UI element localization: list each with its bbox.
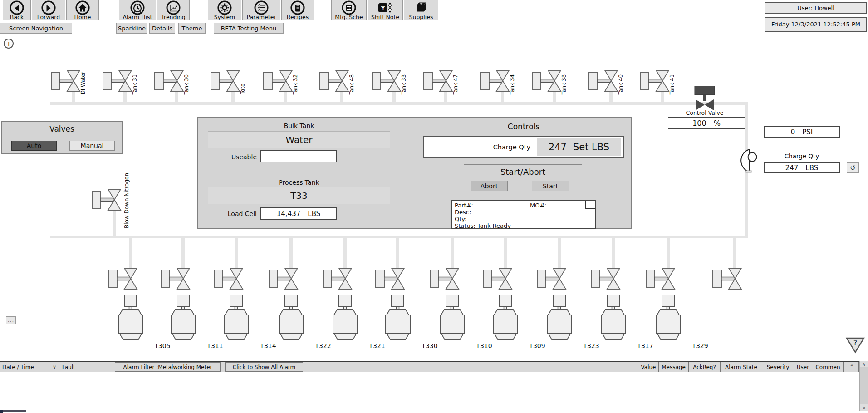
user-box[interactable]: User: Howell bbox=[765, 2, 867, 14]
toolbar-button-parameter[interactable]: Parameter bbox=[242, 0, 280, 20]
charge-setpoint-box[interactable]: 247 Set LBS bbox=[537, 138, 621, 156]
process-tank-value: T33 bbox=[290, 190, 308, 201]
tab-details[interactable]: Details bbox=[149, 23, 175, 34]
tab-beta-testing-menu[interactable]: BETA Testing Menu bbox=[214, 23, 284, 34]
alarm-col-value[interactable]: Value bbox=[638, 362, 659, 372]
alarm-hscrollbar-thumb[interactable] bbox=[0, 410, 26, 412]
top-valve-tank-38[interactable]: Tank 38 bbox=[531, 66, 581, 95]
alarm-col-fault[interactable]: Fault bbox=[60, 362, 113, 372]
control-valve-symbol[interactable] bbox=[690, 86, 719, 111]
bottom-valve-t321[interactable] bbox=[322, 264, 363, 293]
tank-t317[interactable]: T317 bbox=[598, 294, 629, 350]
alarm-col-alarm-state[interactable]: Alarm State bbox=[721, 362, 762, 372]
bottom-valve-t311[interactable] bbox=[160, 264, 201, 293]
toolbar-button-system[interactable]: System bbox=[208, 0, 241, 20]
tank-t305[interactable]: T305 bbox=[115, 294, 147, 350]
alarm-col-message[interactable]: Message bbox=[659, 362, 689, 372]
more-button[interactable]: ... bbox=[6, 316, 16, 324]
screen-navigation-label: Screen Navigation bbox=[9, 25, 63, 32]
toolbar-button-alarm-hist[interactable]: Alarm Hist bbox=[119, 0, 156, 20]
toolbar-button-home[interactable]: Home bbox=[66, 0, 99, 20]
bulk-tank-value: Water bbox=[285, 134, 312, 145]
top-valve-tank-31[interactable]: Tank 31 bbox=[102, 66, 152, 95]
auto-label: Auto bbox=[27, 142, 42, 149]
chevron-down-icon[interactable]: ∨ bbox=[53, 364, 56, 370]
tank-symbol bbox=[329, 334, 361, 343]
tank-t314[interactable]: T314 bbox=[221, 294, 252, 350]
scroll-up-icon[interactable]: ∧ bbox=[860, 361, 868, 367]
toolbar-button-recipes[interactable]: Recipes bbox=[281, 0, 314, 20]
alarm-col-user[interactable]: User bbox=[794, 362, 812, 372]
tank-t329[interactable]: T329 bbox=[652, 294, 684, 350]
toolbar-button-supplies[interactable]: Supplies bbox=[404, 0, 438, 20]
bottom-valve-t329[interactable] bbox=[645, 264, 686, 293]
bottom-valve-spare[interactable] bbox=[711, 264, 752, 293]
toolbar-button-forward[interactable]: Forward bbox=[32, 0, 65, 20]
controls-title: Controls bbox=[423, 122, 624, 131]
tab-sparkline[interactable]: Sparkline bbox=[116, 23, 147, 34]
alarm-col-commen[interactable]: Commen bbox=[812, 362, 844, 372]
valves-auto-button[interactable]: Auto bbox=[11, 141, 57, 151]
bottom-valve-t330[interactable] bbox=[374, 264, 415, 293]
top-valve-tank-33[interactable]: Tank 33 bbox=[371, 66, 421, 95]
charge-history-button[interactable]: ↺ bbox=[847, 162, 859, 173]
alarm-col-severity[interactable]: Severity bbox=[762, 362, 794, 372]
toolbar-button-back[interactable]: Back bbox=[3, 0, 31, 20]
help-button[interactable]: ? bbox=[845, 337, 865, 354]
tank-symbol bbox=[436, 334, 468, 343]
bottom-valve-t322[interactable] bbox=[268, 264, 309, 293]
bottom-valve-t317[interactable] bbox=[590, 264, 631, 293]
show-all-alarms-button[interactable]: Click to Show All Alarm bbox=[225, 362, 303, 372]
start-abort-panel: Start/Abort Abort Start bbox=[464, 164, 582, 197]
top-valve-tank-34[interactable]: Tank 34 bbox=[479, 66, 529, 95]
alarm-col-ackreq-[interactable]: AckReq? bbox=[689, 362, 721, 372]
zoom-in-button[interactable]: + bbox=[4, 39, 14, 49]
tab-theme[interactable]: Theme bbox=[178, 23, 206, 34]
tank-t311[interactable]: T311 bbox=[167, 294, 199, 350]
useable-input[interactable] bbox=[260, 150, 337, 162]
bottom-valve-t314[interactable] bbox=[213, 264, 254, 293]
charge-setpoint-label: Charge Qty bbox=[493, 143, 530, 151]
tank-t310[interactable]: T310 bbox=[436, 294, 468, 350]
top-valve-tank-32[interactable]: Tank 32 bbox=[262, 66, 312, 95]
tank-t321[interactable]: T321 bbox=[329, 294, 361, 350]
top-valve-di-water[interactable]: DI Water bbox=[50, 66, 100, 95]
top-valve-tank-47[interactable]: Tank 47 bbox=[422, 66, 472, 95]
tank-symbol bbox=[652, 334, 684, 343]
plus-icon: + bbox=[6, 40, 11, 47]
scroll-down-icon[interactable]: ∨ bbox=[860, 404, 868, 411]
screen-navigation-bar[interactable]: Screen Navigation bbox=[0, 23, 72, 34]
top-valve-tank-41[interactable]: Tank 41 bbox=[639, 66, 689, 95]
tank-t330[interactable]: T330 bbox=[382, 294, 414, 350]
alarm-list-area bbox=[0, 373, 859, 410]
useable-label: Useable bbox=[198, 153, 257, 161]
top-valve-label: Tank 32 bbox=[292, 74, 299, 94]
top-valve-tank-40[interactable]: Tank 40 bbox=[588, 66, 638, 95]
top-valve-tank-48[interactable]: Tank 48 bbox=[319, 66, 368, 95]
control-valve-output-box[interactable]: 100 % bbox=[668, 117, 745, 129]
bottom-valve-t310[interactable] bbox=[429, 264, 470, 293]
alarm-vscrollbar[interactable]: ∧ ∨ bbox=[859, 361, 868, 411]
part-number-label: Part#: bbox=[455, 202, 473, 209]
alarm-col-date-time[interactable]: Date / Time ∨ bbox=[0, 362, 59, 372]
start-button[interactable]: Start bbox=[532, 181, 569, 191]
tank-t323[interactable]: T323 bbox=[544, 294, 575, 350]
bottom-valve-t323[interactable] bbox=[536, 264, 577, 293]
top-valve-tank-30[interactable]: Tank 30 bbox=[153, 66, 203, 95]
hmi-screen: BackForwardHomeAlarm HistTrendingSystemP… bbox=[0, 0, 868, 413]
valves-manual-button[interactable]: Manual bbox=[69, 141, 115, 151]
bottom-valve-t309[interactable] bbox=[482, 264, 523, 293]
toolbar-button-shift-note[interactable]: YShift Note bbox=[368, 0, 403, 20]
bottom-valve-t305[interactable] bbox=[107, 264, 148, 293]
tank-t309[interactable]: T309 bbox=[490, 294, 521, 350]
toolbar-button-trending[interactable]: Trending bbox=[157, 0, 190, 20]
top-valve-tote[interactable]: Tote bbox=[210, 66, 260, 95]
abort-button[interactable]: Abort bbox=[471, 181, 508, 191]
tank-t322[interactable]: T322 bbox=[275, 294, 307, 350]
top-valve-label: Tank 47 bbox=[452, 74, 459, 94]
supplies-icon bbox=[413, 1, 429, 14]
toolbar-button-mfg-sche[interactable]: Mfg. Sche bbox=[331, 0, 367, 20]
alarm-collapse-button[interactable]: ^ bbox=[845, 362, 859, 372]
alarm-filter-button[interactable]: Alarm Filter :Metalworking Meter bbox=[115, 362, 221, 372]
top-valve-label: Tank 41 bbox=[669, 74, 675, 94]
